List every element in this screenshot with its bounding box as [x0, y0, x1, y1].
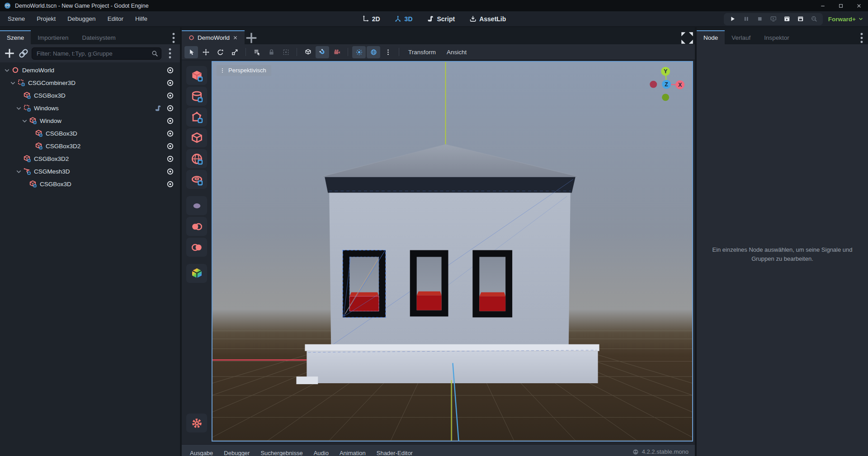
rotate-tool-button[interactable]	[213, 46, 227, 58]
menu-editor[interactable]: Editor	[102, 11, 129, 26]
play-button[interactable]	[726, 14, 739, 24]
use-local-space-button[interactable]	[301, 46, 315, 58]
visibility-toggle[interactable]	[166, 92, 174, 99]
menu-hilfe[interactable]: Hilfe	[129, 11, 153, 26]
view-menu-button[interactable]: Perspektivisch	[217, 65, 271, 76]
camera-preview-button[interactable]	[330, 46, 344, 58]
gizmo-neg-x[interactable]	[650, 81, 657, 88]
window-1[interactable]	[343, 250, 386, 318]
bottom-panel-shader-editor[interactable]: Shader-Editor	[371, 450, 418, 456]
node-dock-tab-node[interactable]: Node	[697, 30, 725, 44]
node-dock-tab-verlauf[interactable]: Verlauf	[725, 30, 757, 44]
script-attached-icon[interactable]	[155, 105, 161, 112]
visibility-toggle[interactable]	[166, 117, 174, 125]
3d-viewport[interactable]: Y X Z Perspektivisch	[212, 61, 693, 442]
tree-node-window[interactable]: Window	[0, 114, 180, 127]
use-snap-button[interactable]	[316, 46, 329, 58]
add-csg-cylinder-button[interactable]	[186, 87, 207, 106]
play-scene-button[interactable]	[781, 14, 793, 24]
gizmo-neg-y[interactable]	[662, 94, 669, 101]
add-node-button[interactable]	[4, 47, 15, 59]
play-custom-scene-button[interactable]	[794, 14, 807, 24]
minimize-button[interactable]	[814, 0, 832, 11]
visibility-toggle[interactable]	[166, 104, 174, 112]
bottom-panel-debugger[interactable]: Debugger	[218, 450, 255, 456]
menu-projekt[interactable]: Projekt	[31, 11, 61, 26]
visibility-toggle[interactable]	[166, 66, 174, 74]
view-options-button[interactable]	[381, 46, 395, 58]
visibility-toggle[interactable]	[166, 130, 174, 137]
tree-node-demoworld[interactable]: DemoWorld	[0, 64, 180, 76]
select-tool-button[interactable]	[184, 46, 198, 58]
pause-button[interactable]	[740, 14, 752, 24]
transform-menu[interactable]: Transform	[403, 49, 441, 56]
selection-list-button[interactable]	[250, 46, 264, 58]
house-base-step[interactable]	[296, 376, 318, 384]
menu-szene[interactable]: Szene	[2, 11, 31, 26]
group-selected-button[interactable]	[279, 46, 292, 58]
add-csg-mesh-button[interactable]	[186, 128, 207, 147]
csg-settings-button[interactable]	[186, 414, 207, 432]
tree-node-csgcombiner3d[interactable]: CSGCombiner3D	[0, 76, 180, 89]
tree-node-csgbox3d[interactable]: CSGBox3D	[0, 89, 180, 102]
visibility-toggle[interactable]	[166, 168, 174, 175]
add-csg-sphere-button[interactable]	[186, 149, 207, 168]
add-csg-box-button[interactable]	[186, 66, 207, 85]
stop-button[interactable]	[754, 14, 766, 24]
tree-node-csgbox3d2[interactable]: CSGBox3D2	[0, 140, 180, 152]
scene-dock-tabs-more-button[interactable]	[167, 31, 180, 44]
ansicht-menu[interactable]: Ansicht	[442, 49, 472, 56]
scene-dock-tab-szene[interactable]: Szene	[0, 30, 31, 44]
house-cornice[interactable]	[325, 177, 575, 193]
add-csg-polygon-button[interactable]	[186, 108, 207, 127]
move-tool-button[interactable]	[199, 46, 212, 58]
scene-dock-tab-dateisystem[interactable]: Dateisystem	[75, 30, 123, 44]
filter-input[interactable]	[32, 47, 161, 60]
bottom-panel-audio[interactable]: Audio	[308, 450, 334, 456]
maximize-button[interactable]	[832, 0, 850, 11]
tree-node-csgbox3d2[interactable]: CSGBox3D2	[0, 152, 180, 165]
csg-operation-union-button[interactable]	[186, 217, 207, 236]
new-scene-tab-button[interactable]	[245, 31, 258, 44]
lock-selected-button[interactable]	[264, 46, 278, 58]
distraction-free-button[interactable]	[679, 31, 695, 44]
add-blob-button[interactable]	[186, 196, 207, 215]
window-2[interactable]	[410, 250, 448, 317]
chevron-down-icon[interactable]	[21, 118, 28, 124]
mode-button-2d[interactable]: 2D	[362, 15, 380, 23]
play-remote-button[interactable]	[767, 14, 779, 24]
house-model[interactable]	[296, 144, 599, 384]
node-dock-tab-inspektor[interactable]: Inspektor	[757, 30, 796, 44]
bottom-panel-ausgabe[interactable]: Ausgabe	[184, 450, 218, 456]
tree-node-csgmesh3d[interactable]: CSGMesh3D	[0, 165, 180, 178]
movie-maker-button[interactable]	[808, 14, 820, 24]
chevron-down-icon[interactable]	[15, 105, 22, 112]
scene-tree-more-button[interactable]	[164, 47, 176, 60]
scene-tab-demoworld[interactable]: DemoWorld	[182, 30, 245, 44]
visibility-toggle[interactable]	[166, 155, 174, 163]
tree-node-csgbox3d[interactable]: CSGBox3D	[0, 178, 180, 190]
close-button[interactable]	[850, 0, 868, 11]
3d-scene[interactable]: Y X Z	[212, 62, 692, 441]
close-icon[interactable]	[233, 35, 238, 40]
chevron-down-icon[interactable]	[4, 67, 10, 74]
tree-node-windows[interactable]: Windows	[0, 102, 180, 114]
chevron-down-icon[interactable]	[9, 80, 16, 86]
house-base[interactable]	[307, 351, 598, 383]
bottom-panel-suchergebnisse[interactable]: Suchergebnisse	[255, 450, 308, 456]
csg-operation-intersection-button[interactable]	[186, 238, 207, 257]
house-base-lip[interactable]	[305, 344, 599, 351]
scale-tool-button[interactable]	[228, 46, 241, 58]
gridmap-tool-button[interactable]	[186, 264, 207, 283]
node-dock-tabs-more-button[interactable]	[855, 31, 868, 44]
scene-dock-tab-importieren[interactable]: Importieren	[31, 30, 75, 44]
tree-node-csgbox3d[interactable]: CSGBox3D	[0, 127, 180, 140]
visibility-toggle[interactable]	[166, 142, 174, 150]
menu-debuggen[interactable]: Debuggen	[61, 11, 101, 26]
bottom-panel-animation[interactable]: Animation	[334, 450, 371, 456]
mode-button-assetlib[interactable]: AssetLib	[469, 15, 506, 23]
preview-sun-button[interactable]	[352, 46, 366, 58]
renderer-dropdown[interactable]: Forward+	[828, 16, 863, 23]
visibility-toggle[interactable]	[166, 180, 174, 188]
mode-button-3d[interactable]: 3D	[395, 15, 413, 23]
